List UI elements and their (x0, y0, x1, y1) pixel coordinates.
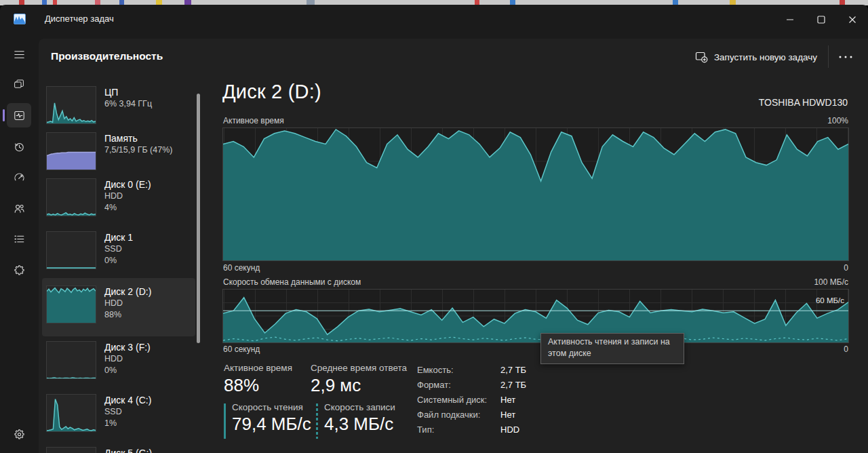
memory-sparkline (46, 132, 96, 170)
nav-users-button[interactable] (7, 196, 31, 220)
stat-label: Файл подкачки: (417, 410, 480, 420)
users-icon (13, 202, 26, 215)
nav-settings-button[interactable] (7, 422, 31, 446)
stat-label: Емкость: (417, 365, 454, 375)
disk-title: Диск 2 (D:) (222, 81, 321, 103)
write-speed-label: Скорость записи (324, 402, 395, 412)
sidebar-item-disk4[interactable]: Диск 4 (C:) SSD 1% (42, 389, 195, 442)
stat-row-formatted: Формат: 2,7 ТБ (417, 380, 641, 395)
disk5-sparkline (46, 447, 96, 453)
settings-gear-icon (13, 428, 26, 441)
stat-label: Системный диск: (417, 395, 487, 405)
disk2-sparkline (46, 285, 96, 323)
item-title: Диск 0 (E:) (104, 178, 151, 191)
window-title: Диспетчер задач (45, 14, 114, 24)
item-title: Диск 5 (G:) (104, 447, 152, 453)
item-percent: 1% (104, 418, 151, 429)
sidebar-item-disk0[interactable]: Диск 0 (E:) HDD 4% (42, 174, 195, 226)
page-title: Производительность (51, 50, 163, 62)
item-title: Диск 1 (104, 231, 133, 243)
window-controls (774, 5, 868, 34)
close-button[interactable] (837, 5, 868, 34)
nav-app-history-button[interactable] (7, 134, 31, 159)
disk4-sparkline (46, 394, 96, 432)
processes-icon (13, 78, 25, 90)
performance-sidebar-list: ЦП 6% 3,94 ГГц Память 7,5/15,9 ГБ (47%) … (42, 81, 195, 453)
sidebar-item-disk1[interactable]: Диск 1 SSD 0% (42, 226, 195, 278)
item-title: Диск 3 (F:) (104, 341, 151, 353)
sidebar-item-cpu[interactable]: ЦП 6% 3,94 ГГц (42, 81, 195, 127)
chart2-x-right: 0 (844, 344, 848, 354)
history-clock-icon (13, 140, 26, 153)
performance-icon (13, 109, 26, 122)
device-model: TOSHIBA HDWD130 (759, 97, 848, 108)
speedometer-icon (13, 171, 26, 184)
close-icon (846, 14, 859, 26)
item-title: Память (104, 132, 172, 144)
response-time-stat-value: 2,9 мс (311, 375, 407, 396)
nav-menu-button[interactable] (7, 42, 31, 66)
sidebar-scrollbar[interactable] (197, 94, 200, 343)
chart1-label: Активное время (223, 116, 284, 125)
content-panel: Производительность Запустить новую задач… (39, 39, 868, 453)
chart2-label: Скорость обмена данными с диском (223, 277, 361, 287)
item-percent: 0% (104, 255, 133, 267)
item-subtitle: 7,5/15,9 ГБ (47%) (104, 144, 172, 156)
item-percent: 0% (104, 365, 151, 376)
nav-performance-button[interactable] (7, 103, 31, 127)
services-cog-icon (13, 264, 26, 277)
sidebar-item-memory[interactable]: Память 7,5/15,9 ГБ (47%) (42, 127, 195, 174)
minimize-icon (784, 14, 796, 26)
write-speed-indicator-bar (316, 403, 318, 439)
read-speed-indicator-bar (224, 403, 226, 439)
item-percent: 88% (104, 309, 151, 321)
item-subtitle: SSD (104, 406, 151, 418)
minimize-button[interactable] (774, 5, 806, 34)
sidebar-item-disk3[interactable]: Диск 3 (F:) HDD 0% (42, 336, 195, 389)
cpu-sparkline (46, 86, 96, 124)
nav-details-button[interactable] (7, 226, 31, 251)
item-subtitle: HDD (104, 191, 151, 202)
chart-tooltip: Активность чтения и записи на этом диске (540, 333, 684, 364)
stat-value: Нет (500, 395, 515, 405)
sidebar-item-disk2-selected[interactable]: Диск 2 (D:) HDD 88% (42, 278, 195, 336)
write-speed-value: 4,3 МБ/с (324, 414, 395, 435)
stat-value: 2,7 ТБ (500, 365, 526, 375)
stat-row-capacity: Емкость: 2,7 ТБ (417, 365, 641, 380)
stat-value: 2,7 ТБ (500, 380, 526, 390)
disk0-sparkline (46, 178, 96, 216)
stat-value: HDD (500, 425, 519, 435)
task-manager-window: Диспетчер задач (0, 5, 868, 453)
response-time-stat-label: Среднее время ответа (311, 363, 407, 373)
nav-startup-apps-button[interactable] (7, 165, 31, 189)
transfer-rate-chart[interactable]: 60 МБ/с (222, 289, 849, 343)
stat-row-type: Тип: HDD (417, 425, 641, 439)
nav-processes-button[interactable] (7, 72, 31, 96)
maximize-button[interactable] (806, 5, 837, 34)
chart1-x-left: 60 секунд (223, 263, 260, 273)
maximize-icon (815, 14, 827, 26)
item-subtitle: HDD (104, 353, 151, 365)
task-manager-app-icon (14, 14, 26, 24)
stat-row-page-file: Файл подкачки: Нет (417, 410, 641, 425)
active-time-stat-label: Активное время (224, 363, 292, 373)
stat-label: Формат: (417, 380, 451, 390)
disk-stats: Активное время 88% Среднее время ответа … (224, 362, 849, 453)
active-time-chart[interactable] (222, 127, 849, 261)
sidebar-item-disk5[interactable]: Диск 5 (G:) (42, 442, 195, 453)
nav-selected-indicator (3, 109, 5, 121)
read-speed-value: 79,4 МБ/с (232, 414, 311, 435)
item-percent: 4% (104, 202, 151, 214)
item-title: Диск 2 (D:) (104, 285, 151, 298)
item-title: ЦП (104, 86, 152, 98)
chart2-reference-label: 60 МБ/с (816, 296, 844, 304)
active-time-stat-value: 88% (224, 375, 292, 396)
nav-services-button[interactable] (7, 258, 31, 282)
stat-row-system-disk: Системный диск: Нет (417, 395, 641, 410)
stat-label: Тип: (417, 425, 434, 435)
chart1-max-label: 100% (827, 116, 848, 125)
item-title: Диск 4 (C:) (104, 394, 151, 406)
details-list-icon (13, 233, 26, 245)
disk3-sparkline (46, 341, 96, 379)
item-subtitle: HDD (104, 298, 151, 309)
